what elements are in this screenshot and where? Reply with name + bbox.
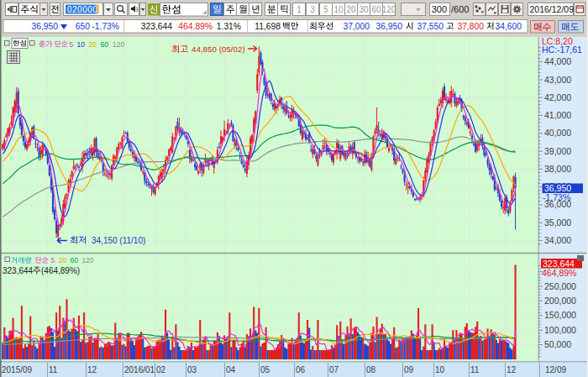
svg-text:38,000: 38,000: [544, 164, 571, 174]
svg-text:12: 12: [87, 365, 97, 374]
svg-text:07: 07: [329, 365, 339, 374]
svg-text:04: 04: [226, 365, 236, 374]
svg-text:300: 300: [432, 4, 447, 14]
svg-text:464.89%: 464.89%: [178, 22, 213, 31]
svg-text:34,000: 34,000: [544, 235, 571, 245]
svg-text:1: 1: [297, 5, 302, 14]
svg-text:09: 09: [404, 365, 414, 374]
svg-text:2016/12/09: 2016/12/09: [530, 4, 575, 14]
svg-text:37,550: 37,550: [417, 22, 444, 31]
svg-text:05: 05: [260, 365, 270, 374]
svg-text:120: 120: [113, 40, 124, 49]
svg-text:(464,89%): (464,89%): [41, 266, 80, 275]
svg-text:43,000: 43,000: [544, 75, 571, 85]
svg-text:34,150 (11/10): 34,150 (11/10): [92, 236, 145, 245]
svg-text:11: 11: [470, 365, 480, 374]
svg-text:36,950: 36,950: [376, 22, 403, 31]
svg-text:5: 5: [323, 5, 328, 14]
svg-text:100,000: 100,000: [544, 325, 576, 335]
svg-text:1.31%: 1.31%: [217, 22, 241, 31]
svg-text:20: 20: [346, 5, 356, 14]
svg-text:44,000: 44,000: [544, 56, 571, 66]
svg-text:10: 10: [77, 40, 86, 49]
svg-text:35,000: 35,000: [544, 217, 571, 228]
svg-text:150,000: 150,000: [544, 310, 576, 320]
svg-text:HC:-17,61: HC:-17,61: [542, 45, 582, 55]
svg-text:-1,73%: -1,73%: [543, 192, 570, 202]
svg-text:5: 5: [51, 256, 55, 264]
svg-text:323,644: 323,644: [3, 266, 34, 275]
svg-text:-1.73%: -1.73%: [92, 22, 119, 31]
svg-text:02: 02: [156, 365, 166, 374]
svg-text:2015/09: 2015/09: [2, 365, 33, 374]
svg-text:03: 03: [187, 365, 197, 374]
svg-text:60: 60: [371, 5, 381, 14]
svg-text:120: 120: [382, 5, 396, 14]
svg-text:20: 20: [59, 256, 67, 264]
svg-text:37,800: 37,800: [458, 22, 485, 31]
svg-text:200,000: 200,000: [544, 296, 576, 306]
svg-text:5: 5: [70, 40, 74, 49]
svg-text:020000: 020000: [67, 5, 97, 14]
svg-text:11,698: 11,698: [255, 22, 281, 31]
svg-text:36,950: 36,950: [32, 22, 59, 31]
svg-text:120: 120: [82, 256, 94, 264]
svg-text:60: 60: [71, 256, 79, 264]
svg-text:650: 650: [76, 22, 90, 31]
svg-text:44,850 (05/02): 44,850 (05/02): [192, 45, 245, 54]
svg-text:40,000: 40,000: [544, 128, 571, 138]
svg-text:37,000: 37,000: [344, 22, 370, 31]
svg-text:3: 3: [310, 5, 315, 14]
svg-text:11: 11: [49, 365, 58, 374]
svg-text:464,89%: 464,89%: [542, 268, 576, 278]
svg-text:10: 10: [435, 365, 445, 374]
svg-text:10: 10: [333, 5, 344, 14]
svg-text:08: 08: [366, 365, 376, 374]
svg-text:42,000: 42,000: [544, 92, 571, 102]
svg-text:12: 12: [507, 365, 517, 374]
svg-text:39,000: 39,000: [544, 146, 571, 156]
svg-text:36,950: 36,950: [544, 183, 571, 193]
svg-text:/600: /600: [451, 4, 469, 14]
svg-text:41,000: 41,000: [544, 110, 571, 120]
svg-text:20: 20: [89, 40, 97, 49]
svg-text:250,000: 250,000: [544, 281, 576, 291]
svg-text:30: 30: [359, 5, 369, 14]
svg-text:50,000: 50,000: [544, 339, 571, 349]
svg-text:60: 60: [101, 40, 109, 49]
svg-text:2016/01: 2016/01: [124, 365, 155, 374]
svg-text:12/09: 12/09: [545, 365, 566, 374]
svg-text:06: 06: [296, 365, 306, 374]
svg-text:34,600: 34,600: [496, 22, 522, 31]
svg-text:323,644: 323,644: [141, 22, 172, 31]
